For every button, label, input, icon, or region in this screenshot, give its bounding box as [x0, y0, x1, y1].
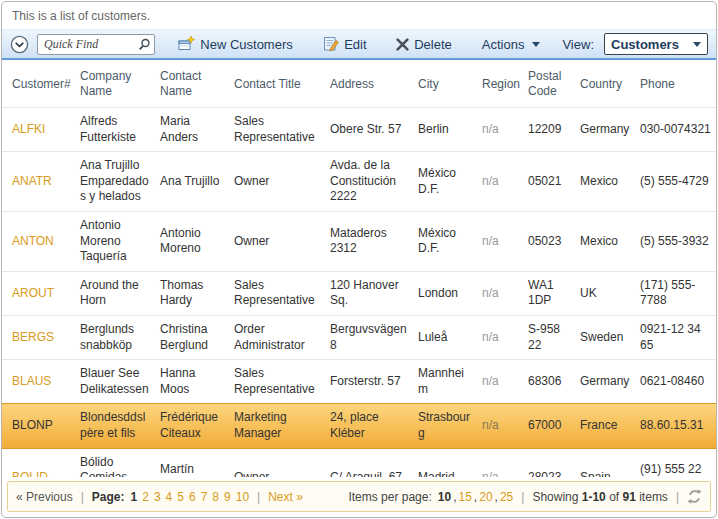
customer-link[interactable]: AROUT	[12, 286, 54, 300]
cell-customer: AROUT	[2, 271, 76, 315]
cell-contact-name: Frédérique Citeaux	[156, 404, 230, 448]
new-item-icon	[178, 36, 195, 52]
showing-total: 91	[623, 490, 636, 504]
column-header-contact-name[interactable]: Contact Name	[156, 60, 230, 108]
customers-grid: Customer#Company NameContact NameContact…	[2, 60, 716, 477]
table-row[interactable]: BOLIDBólido Comidas preparadasMartín Som…	[2, 448, 716, 477]
cell-address: C/ Araquil, 67	[326, 448, 414, 477]
column-header-address[interactable]: Address	[326, 60, 414, 108]
column-header-city[interactable]: City	[414, 60, 478, 108]
page-number-8[interactable]: 8	[212, 490, 219, 504]
refresh-button[interactable]	[687, 489, 702, 504]
cell-country: Germany	[576, 360, 636, 404]
view-dropdown[interactable]: Customers	[604, 33, 708, 55]
cell-contact-title: Order Administrator	[230, 315, 326, 359]
cell-postal-code: 05023	[524, 211, 576, 271]
page-number-10[interactable]: 10	[236, 490, 249, 504]
table-row[interactable]: ANTONAntonio Moreno TaqueríaAntonio More…	[2, 211, 716, 271]
quick-find	[37, 34, 155, 55]
page-size-20[interactable]: 20	[479, 490, 492, 504]
page-number-1[interactable]: 1	[131, 490, 138, 504]
cell-city: Berlin	[414, 108, 478, 152]
customer-link[interactable]: ANATR	[12, 174, 52, 188]
page-number-9[interactable]: 9	[224, 490, 231, 504]
cell-customer: BERGS	[2, 315, 76, 359]
delete-button[interactable]: Delete	[390, 35, 458, 54]
cell-contact-name: Christina Berglund	[156, 315, 230, 359]
items-per-page-label: Items per page:	[348, 490, 431, 504]
cell-city: Madrid	[414, 448, 478, 477]
column-header-contact-title[interactable]: Contact Title	[230, 60, 326, 108]
cell-city: Luleå	[414, 315, 478, 359]
page-size-list: 10,15,20,25	[438, 490, 513, 504]
page-size-25[interactable]: 25	[500, 490, 513, 504]
chevron-down-icon	[532, 42, 540, 47]
chevron-down-icon	[10, 35, 29, 54]
cell-region: n/a	[478, 404, 524, 448]
table-row[interactable]: BERGSBerglunds snabbköpChristina Berglun…	[2, 315, 716, 359]
cell-customer: ANTON	[2, 211, 76, 271]
table-row[interactable]: ANATRAna Trujillo Emparedados y heladosA…	[2, 152, 716, 212]
chevron-down-icon	[693, 42, 701, 47]
delete-x-icon	[396, 38, 409, 51]
page-number-list: 12345678910	[131, 490, 250, 504]
customer-link[interactable]: ALFKI	[12, 122, 45, 136]
cell-company: Bólido Comidas preparadas	[76, 448, 156, 477]
cell-address: Forsterstr. 57	[326, 360, 414, 404]
cell-phone: 88.60.15.31	[636, 404, 716, 448]
column-header-company[interactable]: Company Name	[76, 60, 156, 108]
toolbar: New Customers Edit Delete Actions	[2, 29, 716, 60]
column-header-phone[interactable]: Phone	[636, 60, 716, 108]
cell-contact-name: Hanna Moos	[156, 360, 230, 404]
cell-address: Berguvsvägen 8	[326, 315, 414, 359]
page-number-2[interactable]: 2	[142, 490, 149, 504]
cell-region: n/a	[478, 108, 524, 152]
separator: |	[79, 490, 86, 504]
page-number-4[interactable]: 4	[166, 490, 173, 504]
customer-link[interactable]: BOLID	[12, 470, 48, 477]
showing-range: 1-10	[582, 490, 606, 504]
next-page-button[interactable]: Next »	[268, 490, 303, 504]
cell-company: Antonio Moreno Taquería	[76, 211, 156, 271]
new-customers-button[interactable]: New Customers	[172, 34, 298, 54]
edit-button[interactable]: Edit	[317, 34, 372, 54]
customer-link[interactable]: BERGS	[12, 330, 54, 344]
cell-region: n/a	[478, 360, 524, 404]
previous-page-button[interactable]: « Previous	[16, 490, 73, 504]
customer-link[interactable]: BLONP	[12, 418, 53, 432]
cell-city: México D.F.	[414, 211, 478, 271]
cell-contact-title: Owner	[230, 211, 326, 271]
actions-label: Actions	[482, 37, 525, 52]
collapse-toolbar-button[interactable]	[10, 35, 29, 54]
cell-contact-title: Owner	[230, 152, 326, 212]
page-number-5[interactable]: 5	[177, 490, 184, 504]
customer-link[interactable]: ANTON	[12, 234, 54, 248]
cell-contact-name: Maria Anders	[156, 108, 230, 152]
page-size-10[interactable]: 10	[438, 490, 451, 504]
cell-contact-name: Antonio Moreno	[156, 211, 230, 271]
cell-contact-title: Sales Representative	[230, 360, 326, 404]
cell-address: Mataderos 2312	[326, 211, 414, 271]
cell-contact-title: Sales Representative	[230, 271, 326, 315]
cell-company: Blauer See Delikatessen	[76, 360, 156, 404]
column-header-postal-code[interactable]: Postal Code	[524, 60, 576, 108]
column-header-region[interactable]: Region	[478, 60, 524, 108]
table-row[interactable]: BLAUSBlauer See DelikatessenHanna MoosSa…	[2, 360, 716, 404]
view-label: View:	[562, 37, 594, 52]
table-row[interactable]: AROUTAround the HornThomas HardySales Re…	[2, 271, 716, 315]
separator: ,	[453, 490, 456, 504]
cell-phone: (171) 555-7788	[636, 271, 716, 315]
search-icon[interactable]	[138, 38, 151, 51]
page-description: This is a list of customers.	[2, 2, 716, 29]
page-size-15[interactable]: 15	[459, 490, 472, 504]
table-row[interactable]: BLONPBlondesddsl père et filsFrédérique …	[2, 404, 716, 448]
table-header-row: Customer#Company NameContact NameContact…	[2, 60, 716, 108]
page-number-6[interactable]: 6	[189, 490, 196, 504]
column-header-customer[interactable]: Customer#	[2, 60, 76, 108]
table-row[interactable]: ALFKIAlfreds FutterkisteMaria AndersSale…	[2, 108, 716, 152]
actions-menu-button[interactable]: Actions	[476, 35, 547, 54]
column-header-country[interactable]: Country	[576, 60, 636, 108]
page-number-3[interactable]: 3	[154, 490, 161, 504]
customer-link[interactable]: BLAUS	[12, 374, 51, 388]
page-number-7[interactable]: 7	[201, 490, 208, 504]
